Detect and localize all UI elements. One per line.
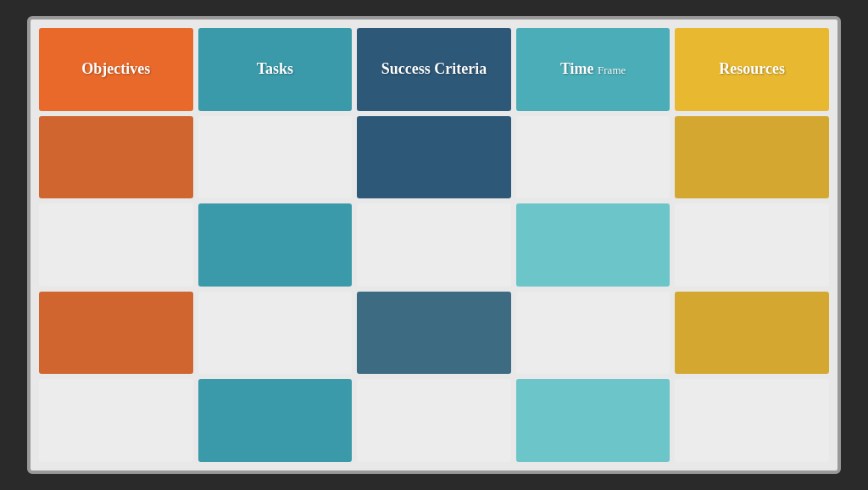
board-container: Objectives Tasks Success Criteria Time F… <box>27 16 841 474</box>
header-timeframe-label: Time Frame <box>560 60 626 78</box>
cell-r5-c4 <box>516 379 670 462</box>
main-grid: Objectives Tasks Success Criteria Time F… <box>39 28 829 462</box>
cell-r2-c4 <box>516 116 670 199</box>
cell-r4-c5 <box>675 292 829 375</box>
cell-r5-c2 <box>198 379 353 462</box>
cell-r3-c1 <box>39 203 193 287</box>
cell-r5-c3 <box>357 379 511 462</box>
cell-r2-c3 <box>357 116 511 199</box>
header-timeframe: Time Frame <box>516 28 670 111</box>
cell-r2-c2 <box>198 116 353 199</box>
cell-r2-c5 <box>675 116 829 199</box>
cell-r4-c2 <box>198 292 353 375</box>
header-success-criteria: Success Criteria <box>357 28 511 111</box>
header-resources-label: Resources <box>719 60 785 78</box>
cell-r3-c2 <box>198 203 353 287</box>
header-resources: Resources <box>675 28 829 111</box>
cell-r3-c3 <box>357 203 511 287</box>
header-objectives-label: Objectives <box>81 60 150 78</box>
header-tasks: Tasks <box>198 28 353 111</box>
cell-r3-c4 <box>516 203 670 287</box>
header-objectives: Objectives <box>39 28 193 111</box>
cell-r5-c5 <box>675 379 829 462</box>
cell-r2-c1 <box>39 116 193 199</box>
cell-r4-c4 <box>516 292 670 375</box>
cell-r4-c1 <box>39 292 193 375</box>
header-tasks-label: Tasks <box>257 60 293 78</box>
cell-r3-c5 <box>675 203 829 287</box>
cell-r5-c1 <box>39 379 193 462</box>
header-success-label: Success Criteria <box>381 60 487 78</box>
cell-r4-c3 <box>357 292 511 375</box>
